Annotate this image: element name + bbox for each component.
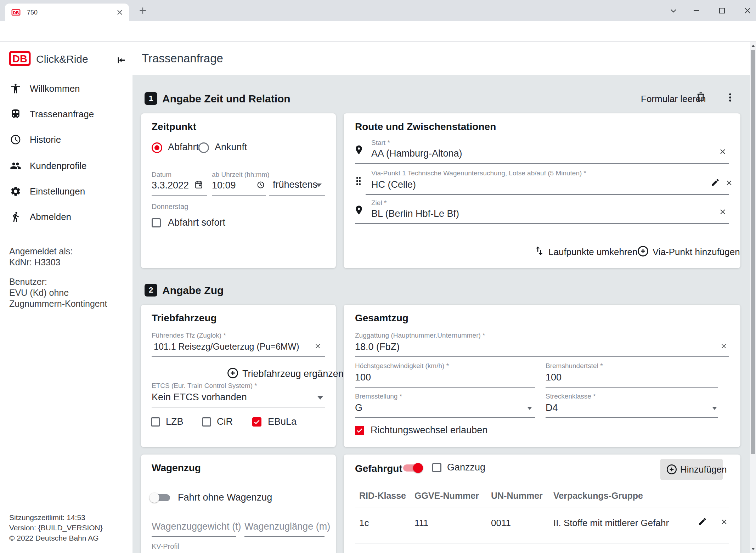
col-header-rid: RID-Klasse bbox=[359, 491, 406, 501]
hinzufuegen-button[interactable]: Hinzufügen bbox=[660, 459, 723, 480]
triebfahrzeug-title: Triebfahrzeug bbox=[152, 312, 217, 324]
streckenklasse-underline bbox=[546, 417, 718, 418]
speed-label: Höchstgeschwindigkeit (km/h) * bbox=[355, 362, 449, 370]
tfz-input[interactable]: 101.1 Reisezg/Gueterzug (Pu=6MW) bbox=[154, 342, 299, 352]
speed-underline bbox=[355, 387, 535, 388]
zuggattung-underline bbox=[355, 356, 729, 357]
streckenklasse-select[interactable]: D4 bbox=[546, 402, 558, 413]
ebula-label[interactable]: EBuLa bbox=[268, 416, 297, 427]
tab-search-icon[interactable] bbox=[668, 5, 679, 16]
abfahrt-sofort-label[interactable]: Abfahrt sofort bbox=[168, 217, 225, 228]
drag-handle-icon[interactable] bbox=[355, 176, 362, 186]
lzb-checkbox[interactable] bbox=[151, 417, 160, 427]
invert-route-icon[interactable] bbox=[534, 245, 545, 256]
bremsstellung-select[interactable]: G bbox=[355, 402, 362, 413]
route-title: Route und Zwischenstationen bbox=[355, 121, 496, 132]
start-input[interactable]: AA (Hamburg-Altona) bbox=[371, 148, 462, 159]
sidebar-item-abmelden[interactable]: Abmelden bbox=[0, 209, 132, 224]
zuggattung-input[interactable]: 18.0 (FbZ) bbox=[355, 342, 400, 352]
abfahrt-sofort-checkbox[interactable] bbox=[152, 218, 161, 227]
wagenzuglaenge-input[interactable]: Wagenzuglänge (m) bbox=[244, 521, 330, 532]
browser-tab[interactable]: DB 750 bbox=[5, 4, 129, 21]
new-tab-icon[interactable] bbox=[138, 6, 147, 15]
ankunft-radio[interactable] bbox=[198, 142, 209, 153]
chevron-down-icon[interactable] bbox=[317, 396, 323, 400]
sidebar-item-willkommen[interactable]: Willkommen bbox=[0, 81, 132, 96]
invert-route-button[interactable]: Laufpunkte umkehren bbox=[548, 247, 638, 258]
gefahrgut-toggle[interactable] bbox=[403, 464, 422, 472]
time-mode-select[interactable]: frühestens bbox=[273, 179, 317, 190]
datum-input[interactable]: 3.3.2022 bbox=[152, 180, 189, 191]
maximize-icon[interactable] bbox=[716, 5, 728, 16]
clear-zuggattung-icon[interactable] bbox=[720, 342, 728, 350]
edit-row-icon[interactable] bbox=[698, 517, 707, 526]
ankunft-radio-label[interactable]: Ankunft bbox=[215, 142, 247, 153]
hinzufuegen-label: Hinzufügen bbox=[680, 459, 727, 480]
add-via-button[interactable]: Via-Punkt hinzufügen bbox=[653, 247, 740, 258]
section2-badge: 2 bbox=[145, 284, 157, 297]
cir-checkbox[interactable] bbox=[202, 417, 211, 427]
clear-tfz-icon[interactable] bbox=[314, 342, 322, 350]
add-via-icon[interactable] bbox=[637, 245, 649, 257]
sidebar-item-trassenanfrage[interactable]: Trassenanfrage bbox=[0, 107, 132, 122]
calendar-icon[interactable] bbox=[194, 180, 203, 189]
ohne-wagenzug-toggle[interactable] bbox=[152, 494, 170, 501]
user-info: Benutzer: EVU (Kd) ohne Zugnummern-Konti… bbox=[9, 276, 126, 309]
abfahrt-radio[interactable] bbox=[152, 142, 162, 153]
session-limit: Sitzungszeitlimit: 14:53 bbox=[9, 512, 103, 523]
collapse-sidebar-icon[interactable] bbox=[116, 55, 126, 65]
minimize-icon[interactable] bbox=[691, 5, 702, 16]
uhrzeit-input[interactable]: 10:09 bbox=[212, 180, 236, 191]
edit-via-icon[interactable] bbox=[711, 178, 720, 187]
scrollbar-thumb[interactable] bbox=[751, 50, 755, 454]
clear-start-icon[interactable] bbox=[718, 147, 727, 156]
lzb-label[interactable]: LZB bbox=[166, 416, 184, 427]
ohne-wagenzug-label[interactable]: Fahrt ohne Wagenzug bbox=[178, 492, 272, 503]
etcs-select[interactable]: Kein ETCS vorhanden bbox=[152, 392, 247, 403]
ziel-input[interactable]: BL (Berlin Hbf-Le Bf) bbox=[371, 208, 459, 219]
section1-badge: 1 bbox=[145, 92, 157, 105]
brems-input[interactable]: 100 bbox=[546, 372, 562, 383]
chevron-down-icon[interactable] bbox=[712, 407, 717, 410]
toggle-knob[interactable] bbox=[149, 493, 159, 503]
ebula-checkbox[interactable] bbox=[252, 417, 261, 427]
ganzzug-checkbox[interactable] bbox=[432, 463, 441, 472]
gewicht-underline bbox=[152, 536, 236, 537]
chevron-down-icon[interactable] bbox=[316, 184, 322, 187]
richtungswechsel-checkbox[interactable] bbox=[355, 426, 364, 435]
via-input[interactable]: HC (Celle) bbox=[371, 179, 416, 190]
abfahrt-radio-label[interactable]: Abfahrt bbox=[168, 142, 199, 153]
sidebar-item-kundenprofile[interactable]: Kundenprofile bbox=[0, 158, 132, 173]
sidebar-item-einstellungen[interactable]: Einstellungen bbox=[0, 184, 132, 199]
user-label: Benutzer: bbox=[9, 276, 126, 287]
clear-via-icon[interactable] bbox=[725, 179, 733, 187]
add-tfz-icon[interactable] bbox=[227, 367, 239, 379]
uhrzeit-underline bbox=[212, 195, 266, 196]
ganzzug-label[interactable]: Ganzzug bbox=[447, 462, 485, 473]
train-icon bbox=[10, 108, 21, 120]
tab-strip: DB 750 bbox=[0, 0, 756, 21]
richtungswechsel-label[interactable]: Richtungswechsel erlauben bbox=[371, 425, 487, 436]
scroll-up-icon[interactable] bbox=[751, 45, 755, 47]
col-header-verpackung: Verpackungs-Gruppe bbox=[553, 491, 643, 501]
sidebar-item-historie[interactable]: Historie bbox=[0, 132, 132, 147]
cir-label[interactable]: CiR bbox=[217, 416, 233, 427]
tab-close-icon[interactable] bbox=[115, 8, 124, 17]
section-menu-icon[interactable] bbox=[725, 92, 735, 103]
sidebar-divider bbox=[0, 153, 132, 153]
mode-underline bbox=[269, 195, 325, 196]
trash-icon[interactable] bbox=[695, 91, 706, 103]
form-content: 1 Angabe Zeit und Relation Formular leer… bbox=[132, 75, 750, 553]
chevron-down-icon[interactable] bbox=[527, 407, 532, 410]
clear-ziel-icon[interactable] bbox=[718, 208, 727, 216]
speed-input[interactable]: 100 bbox=[355, 372, 371, 383]
time-icon[interactable] bbox=[256, 181, 265, 189]
toggle-knob[interactable] bbox=[413, 463, 423, 473]
close-window-icon[interactable] bbox=[742, 5, 753, 16]
walk-icon bbox=[10, 211, 21, 222]
add-tfz-button[interactable]: Triebfahrzeug ergänzen bbox=[242, 368, 344, 379]
delete-row-icon[interactable] bbox=[720, 518, 728, 526]
tab-title: 750 bbox=[27, 4, 38, 21]
scroll-down-icon[interactable] bbox=[751, 548, 755, 550]
wagenzuggewicht-input[interactable]: Wagenzuggewicht (t) bbox=[152, 521, 241, 532]
